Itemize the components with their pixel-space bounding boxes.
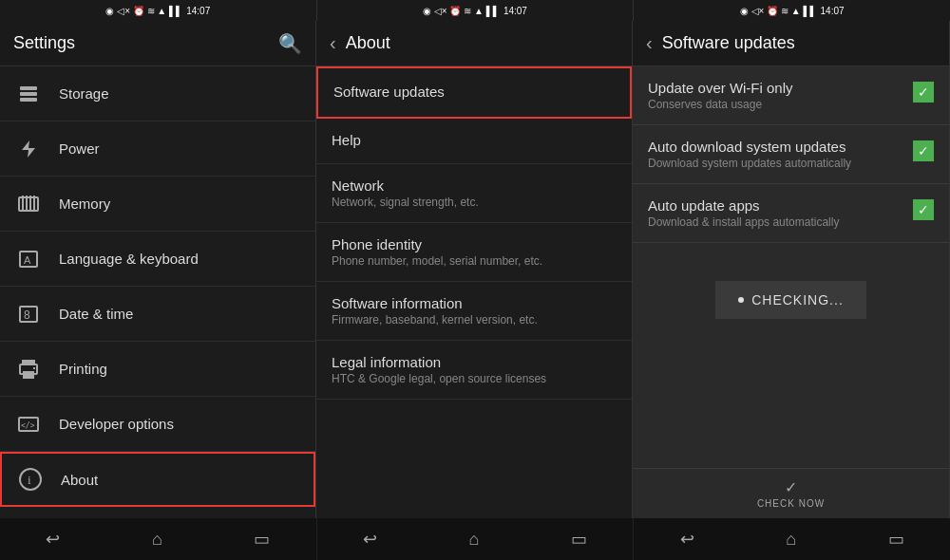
settings-item-language[interactable]: A Language & keyboard	[0, 232, 315, 287]
about-label: About	[61, 472, 98, 488]
printing-label: Printing	[59, 361, 107, 377]
sw-item-wifi-only[interactable]: Update over Wi-Fi only Conserves data us…	[633, 66, 949, 125]
datetime-icon: 8	[13, 299, 44, 329]
sw-wifi-subtitle: Conserves data usage	[648, 98, 903, 111]
about-panel: ‹ About Software updates Help Network Ne…	[316, 21, 633, 518]
nav-segment-1: ↩ ⌂ ▭	[0, 518, 317, 560]
checking-label: CHECKING...	[751, 292, 844, 308]
nav-segment-3: ↩ ⌂ ▭	[634, 518, 950, 560]
phone-identity-subtitle: Phone number, model, serial number, etc.	[332, 254, 617, 268]
status-time-2: 14:07	[504, 6, 527, 16]
recent-button-3[interactable]: ▭	[877, 521, 916, 557]
software-updates-label: Software updates	[333, 84, 615, 100]
sw-item-auto-update-apps[interactable]: Auto update apps Download & install apps…	[633, 184, 949, 243]
status-bar: ◉ ◁× ⏰ ≋ ▲ ▌▌ 14:07 ◉ ◁× ⏰ ≋ ▲ ▌▌ 14:07 …	[0, 0, 950, 21]
printing-icon	[13, 354, 44, 384]
checking-area: CHECKING...	[633, 243, 949, 357]
language-icon: A	[13, 244, 44, 274]
about-icon: i	[15, 464, 46, 495]
about-item-phone-identity[interactable]: Phone identity Phone number, model, seri…	[316, 223, 632, 282]
software-updates-title: Software updates	[662, 33, 936, 53]
settings-item-about[interactable]: i About	[0, 452, 315, 507]
settings-item-datetime[interactable]: 8 Date & time	[0, 287, 315, 342]
svg-text:i: i	[28, 473, 31, 487]
status-time-1: 14:07	[186, 6, 210, 16]
memory-label: Memory	[59, 196, 110, 212]
svg-text:8: 8	[24, 308, 30, 322]
settings-item-developer[interactable]: </> Developer options	[0, 397, 315, 452]
settings-list: Storage Power	[0, 66, 315, 518]
check-now-label: CHECK NOW	[757, 498, 825, 509]
help-label: Help	[332, 132, 617, 148]
svg-rect-0	[20, 86, 37, 90]
about-item-software-updates[interactable]: Software updates	[316, 66, 632, 119]
legal-subtitle: HTC & Google legal, open source licenses	[332, 372, 617, 385]
storage-icon	[13, 79, 44, 109]
about-item-software-info[interactable]: Software information Firmware, baseband,…	[316, 282, 632, 341]
sw-item-auto-download[interactable]: Auto download system updates Download sy…	[633, 125, 949, 184]
status-icons-3: ◉ ◁× ⏰ ≋ ▲ ▌▌	[740, 6, 817, 16]
settings-item-memory[interactable]: Memory	[0, 177, 315, 232]
sw-auto-update-apps-text: Auto update apps Download & install apps…	[648, 197, 903, 229]
settings-item-storage[interactable]: Storage	[0, 66, 315, 121]
developer-label: Developer options	[59, 416, 174, 432]
recent-button-2[interactable]: ▭	[560, 521, 598, 557]
settings-header: Settings 🔍	[0, 21, 315, 66]
language-label: Language & keyboard	[59, 251, 199, 267]
settings-item-power[interactable]: Power	[0, 121, 315, 177]
about-header: ‹ About	[316, 21, 632, 66]
sw-auto-update-apps-checkbox[interactable]: ✓	[913, 199, 934, 220]
checking-dot	[738, 297, 744, 303]
svg-rect-20	[33, 367, 35, 369]
about-item-legal[interactable]: Legal information HTC & Google legal, op…	[316, 341, 632, 400]
svg-rect-2	[20, 98, 37, 102]
status-icons-2: ◉ ◁× ⏰ ≋ ▲ ▌▌	[423, 6, 500, 16]
home-button-2[interactable]: ⌂	[458, 522, 491, 557]
status-segment-1: ◉ ◁× ⏰ ≋ ▲ ▌▌ 14:07	[0, 0, 317, 21]
network-subtitle: Network, signal strength, etc.	[332, 196, 617, 209]
svg-rect-19	[23, 371, 34, 379]
power-label: Power	[59, 140, 100, 157]
back-arrow-sw[interactable]: ‹	[646, 32, 653, 54]
home-button-1[interactable]: ⌂	[141, 522, 174, 557]
sw-auto-download-check-icon: ✓	[918, 143, 929, 159]
about-item-network[interactable]: Network Network, signal strength, etc.	[316, 164, 632, 223]
power-icon	[13, 134, 44, 164]
back-button-1[interactable]: ↩	[34, 521, 71, 557]
settings-item-printing[interactable]: Printing	[0, 342, 315, 397]
status-time-3: 14:07	[821, 6, 845, 16]
svg-rect-1	[20, 92, 37, 96]
phone-identity-label: Phone identity	[332, 236, 617, 252]
software-info-subtitle: Firmware, baseband, kernel version, etc.	[332, 313, 617, 327]
sw-auto-download-text: Auto download system updates Download sy…	[648, 139, 903, 170]
checking-button[interactable]: CHECKING...	[715, 281, 866, 319]
software-updates-header: ‹ Software updates	[633, 21, 949, 66]
svg-marker-3	[22, 140, 35, 158]
home-button-3[interactable]: ⌂	[774, 522, 808, 557]
sw-wifi-checkbox[interactable]: ✓	[913, 82, 934, 103]
sw-wifi-check-icon: ✓	[918, 84, 929, 100]
legal-label: Legal information	[332, 354, 617, 370]
svg-text:A: A	[24, 254, 31, 266]
sw-auto-download-checkbox[interactable]: ✓	[913, 140, 934, 161]
check-now-footer[interactable]: ✓ CHECK NOW	[633, 468, 949, 518]
status-segment-2: ◉ ◁× ⏰ ≋ ▲ ▌▌ 14:07	[317, 0, 635, 21]
back-button-2[interactable]: ↩	[352, 521, 389, 557]
software-updates-panel: ‹ Software updates Update over Wi-Fi onl…	[633, 21, 950, 518]
nav-bar: ↩ ⌂ ▭ ↩ ⌂ ▭ ↩ ⌂ ▭	[0, 518, 950, 560]
recent-button-1[interactable]: ▭	[242, 521, 281, 557]
memory-icon	[13, 189, 44, 219]
about-item-help[interactable]: Help	[316, 119, 632, 164]
svg-text:</>: </>	[21, 421, 35, 430]
back-button-3[interactable]: ↩	[669, 521, 706, 557]
software-updates-list: Update over Wi-Fi only Conserves data us…	[633, 66, 949, 468]
sw-auto-download-subtitle: Download system updates automatically	[648, 157, 903, 170]
sw-auto-download-title: Auto download system updates	[648, 139, 903, 155]
back-arrow-about[interactable]: ‹	[330, 32, 336, 54]
settings-title: Settings	[13, 33, 278, 53]
sw-auto-update-apps-subtitle: Download & install apps automatically	[648, 215, 903, 229]
status-icons-1: ◉ ◁× ⏰ ≋ ▲ ▌▌	[105, 6, 182, 16]
sw-wifi-title: Update over Wi-Fi only	[648, 80, 903, 96]
search-icon[interactable]: 🔍	[278, 32, 302, 55]
main-panels: Settings 🔍 Storage	[0, 21, 950, 518]
